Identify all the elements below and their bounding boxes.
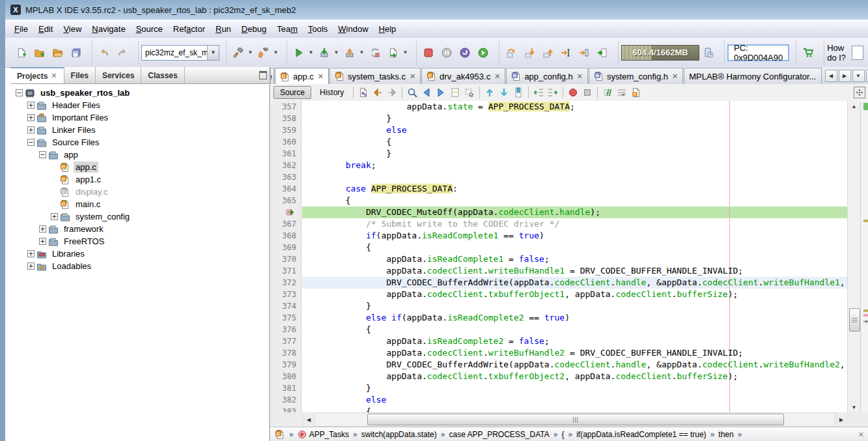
line-number[interactable]: 377 — [270, 335, 301, 347]
breadcrumb-item-case-app-process-data[interactable]: case APP_PROCESS_DATA — [447, 430, 550, 439]
menu-refactor[interactable]: Refactor — [168, 21, 210, 36]
code-text[interactable]: { — [301, 136, 847, 148]
expand-icon[interactable] — [39, 238, 46, 245]
tree-item-linker-files[interactable]: Linker Files — [10, 124, 269, 136]
tree-item-important-files[interactable]: Important Files — [10, 111, 269, 124]
code-text[interactable] — [301, 171, 847, 183]
rect-select-button[interactable] — [462, 85, 477, 100]
debug-project-dropdown-icon[interactable]: ▼ — [402, 43, 408, 63]
tree-item-header-files[interactable]: Header Files — [10, 99, 269, 111]
editor-tab-app-c[interactable]: Capp.c✕ — [275, 68, 329, 85]
line-number[interactable]: 382 — [270, 394, 301, 406]
code-line-361[interactable]: 361 } — [270, 148, 847, 160]
stripe-mark-green-block[interactable] — [863, 103, 868, 110]
stripe-mark-olive[interactable] — [863, 309, 868, 312]
new-project-button[interactable] — [31, 43, 49, 63]
code-text[interactable]: } — [301, 300, 847, 312]
code-text[interactable]: break; — [301, 160, 847, 171]
code-text[interactable]: /* Submit write to the CODEC driver */ — [301, 218, 847, 230]
run-to-cursor-button[interactable] — [557, 43, 575, 63]
close-icon[interactable]: ✕ — [577, 72, 583, 81]
menu-debug[interactable]: Debug — [236, 21, 272, 36]
run-dropdown-icon[interactable]: ▼ — [308, 43, 314, 63]
code-text[interactable]: { — [301, 324, 847, 335]
code-line-367[interactable]: 367 /* Submit write to the CODEC driver … — [270, 218, 847, 230]
stripe-mark-olive[interactable] — [863, 220, 868, 222]
stripe-mark-pink[interactable] — [863, 314, 868, 317]
tree-item-freertos[interactable]: FreeRTOS — [10, 235, 269, 248]
editor-tab--ge[interactable]: ...ge — [270, 68, 274, 84]
code-text[interactable]: else if(appData.isReadComplete2 == true) — [301, 312, 847, 324]
code-editor[interactable]: 357 appData.state = APP_PROCESS_DATA;358… — [270, 101, 847, 412]
expand-icon[interactable] — [39, 225, 46, 233]
line-number[interactable]: 380 — [270, 371, 301, 382]
tree-item-main-c[interactable]: Cmain.c — [10, 198, 269, 210]
line-number[interactable]: 372 — [270, 277, 301, 289]
build-dropdown-icon[interactable]: ▼ — [247, 43, 253, 63]
tree-item-system-config[interactable]: system_config — [10, 210, 269, 223]
tab-list-icon[interactable]: ▼ — [852, 70, 865, 82]
code-line-377[interactable]: 377 appData.isReadComplete2 = false; — [270, 335, 847, 347]
step-out-button[interactable] — [539, 43, 557, 63]
focus-pc-button[interactable] — [593, 43, 611, 63]
line-number[interactable]: 369 — [270, 242, 301, 253]
expand-icon[interactable] — [27, 250, 35, 257]
breadcrumb-item[interactable]: C — [273, 429, 287, 440]
line-number[interactable]: 361 — [270, 148, 301, 160]
comment-button[interactable] — [600, 85, 615, 100]
code-text[interactable]: appData.codecClient.writeBufHandle2 = DR… — [301, 347, 847, 359]
code-line-371[interactable]: 371 appData.codecClient.writeBufHandle1 … — [270, 265, 847, 277]
program-device-button[interactable] — [315, 43, 333, 63]
code-text[interactable]: appData.codecClient.txbufferObject2, app… — [301, 371, 847, 382]
code-line-358[interactable]: 358 } — [270, 113, 847, 124]
source-view-button[interactable]: Source — [273, 86, 311, 99]
line-number[interactable]: 378 — [270, 347, 301, 359]
close-icon[interactable]: ✕ — [318, 72, 324, 81]
record-macro-button[interactable] — [566, 85, 580, 100]
scroll-right-icon[interactable]: ▶ — [835, 413, 847, 426]
expand-icon[interactable] — [51, 213, 58, 220]
build-button[interactable] — [229, 43, 247, 63]
reset-button[interactable] — [456, 43, 474, 63]
vertical-scroll-thumb[interactable] — [849, 308, 860, 332]
chevron-down-icon[interactable]: ▼ — [207, 46, 219, 60]
code-text[interactable]: case APP_PROCESS_DATA: — [301, 183, 847, 195]
expand-icon[interactable] — [27, 263, 35, 270]
shift-left-button[interactable] — [531, 85, 546, 100]
code-line-359[interactable]: 359 else — [270, 124, 847, 136]
save-all-button[interactable] — [67, 43, 85, 63]
editor-tab-system-tasks-c[interactable]: Csystem_tasks.c✕ — [329, 68, 421, 84]
line-number[interactable]: 360 — [270, 136, 301, 148]
shift-right-button[interactable] — [546, 85, 560, 100]
line-number[interactable]: 375 — [270, 312, 301, 324]
find-next-button[interactable] — [434, 85, 448, 100]
code-line-360[interactable]: 360 { — [270, 136, 847, 148]
step-over-button[interactable] — [502, 43, 520, 63]
open-project-button[interactable] — [49, 43, 67, 63]
history-view-button[interactable]: History — [313, 86, 350, 99]
highlight-button[interactable] — [448, 85, 462, 100]
memory-usage-gauge[interactable]: 604.4/1662MB — [621, 45, 699, 61]
debug-project-button[interactable] — [384, 43, 402, 63]
code-line-368[interactable]: 368 if(appData.isReadComplete1 == true) — [270, 230, 847, 242]
code-text[interactable]: else — [301, 394, 847, 406]
tree-item-app1-c[interactable]: Capp1.c — [10, 173, 269, 186]
code-line-372[interactable]: 372 DRV_CODEC_BufferAddWrite(appData.cod… — [270, 277, 847, 289]
stripe-mark-plus[interactable] — [863, 319, 868, 324]
line-number[interactable]: 374 — [270, 300, 301, 312]
breadcrumb-item-app-tasks[interactable]: FAPP_Tasks — [296, 430, 350, 439]
clean-build-dropdown-icon[interactable]: ▼ — [273, 43, 279, 63]
menu-source[interactable]: Source — [131, 21, 168, 36]
code-line-381[interactable]: 381 } — [270, 382, 847, 394]
code-line-383[interactable]: 383 { — [270, 406, 847, 412]
code-text[interactable]: if(appData.isReadComplete1 == true) — [301, 230, 847, 242]
line-number[interactable]: 371 — [270, 265, 301, 277]
upload-memory-dropdown-icon[interactable]: ▼ — [359, 43, 365, 63]
tree-item-libraries[interactable]: Libraries — [10, 248, 269, 260]
tree-item-source-files[interactable]: Source Files — [10, 136, 269, 149]
line-number[interactable]: 367 — [270, 218, 301, 230]
code-line-369[interactable]: 369 { — [270, 242, 847, 253]
last-edit-button[interactable] — [356, 85, 371, 100]
forward-button[interactable] — [385, 85, 399, 100]
code-line-382[interactable]: 382 else — [270, 394, 847, 406]
